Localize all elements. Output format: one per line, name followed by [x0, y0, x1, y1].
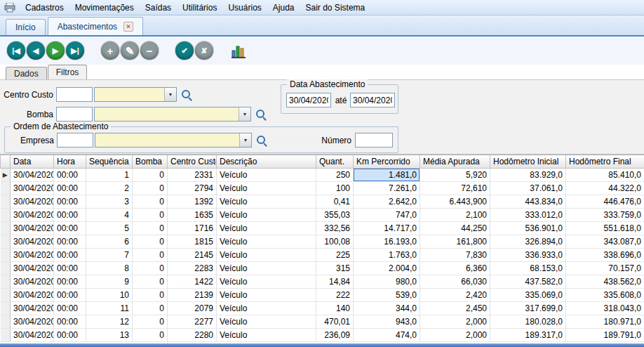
grid-cell[interactable]: 30/04/2020	[11, 289, 54, 302]
grid-cell[interactable]: 83.929,0	[490, 169, 566, 182]
column-header[interactable]: Bomba	[133, 155, 168, 169]
grid-cell[interactable]: 0	[133, 195, 168, 209]
grid-cell[interactable]: 335.069,0	[490, 289, 566, 302]
grid-cell[interactable]: 100,08	[316, 235, 354, 249]
grid-cell[interactable]: 30/04/2020	[11, 262, 54, 275]
grid-cell[interactable]: 443.834,0	[490, 195, 566, 209]
grid-cell[interactable]: 343.087,0	[566, 235, 644, 249]
grid-cell[interactable]: 00:00	[54, 262, 86, 275]
edit-record-button[interactable]: ✎	[121, 41, 139, 60]
centro-custo-combo[interactable]: ▼	[94, 87, 177, 102]
grid-cell[interactable]: 180.971,0	[566, 315, 644, 329]
grid-cell[interactable]: 0	[133, 302, 168, 315]
grid-cell[interactable]: 100	[316, 182, 354, 195]
table-row[interactable]: 30/04/202000:001002139Veículo222539,02,4…	[1, 289, 644, 302]
grid-cell[interactable]: 2331	[168, 169, 217, 182]
grid-cell[interactable]: 30/04/2020	[11, 249, 54, 262]
grid-cell[interactable]: 10	[86, 289, 133, 302]
grid-cell[interactable]: Veículo	[217, 222, 316, 235]
grid-cell[interactable]: 336.933,0	[490, 249, 566, 262]
grid-cell[interactable]: 539,0	[354, 289, 420, 302]
grid-cell[interactable]: 333.759,0	[566, 209, 644, 222]
grid-cell[interactable]: 0,41	[316, 195, 354, 209]
next-record-button[interactable]: ▶	[46, 41, 65, 60]
menu-item-movimentacoes[interactable]: Movimentações	[69, 1, 140, 14]
grid-cell[interactable]: 318.043,0	[566, 302, 644, 315]
menu-item-ajuda[interactable]: Ajuda	[267, 1, 300, 14]
grid-cell[interactable]: 30/04/2020	[11, 195, 54, 209]
table-row[interactable]: 30/04/202000:00601815Veículo100,0816.193…	[1, 235, 644, 249]
grid-cell[interactable]: 00:00	[54, 302, 86, 315]
grid-cell[interactable]: 0	[133, 289, 168, 302]
app-icon[interactable]	[3, 2, 17, 13]
grid-cell[interactable]: 13	[86, 329, 133, 342]
table-row[interactable]: ▶30/04/202000:00102331Veículo2501.481,05…	[1, 169, 644, 182]
grid-cell[interactable]: 943,0	[354, 315, 420, 329]
grid-cell[interactable]: 7	[86, 249, 133, 262]
grid-cell[interactable]: 2283	[168, 262, 217, 275]
grid-cell[interactable]: 1422	[168, 275, 217, 289]
grid-cell[interactable]: 30/04/2020	[11, 209, 54, 222]
grid-cell[interactable]: 85.410,0	[566, 169, 644, 182]
empresa-code-input[interactable]	[57, 133, 93, 148]
table-row[interactable]: 30/04/202000:001102079Veículo140344,02,4…	[1, 302, 644, 315]
grid-cell[interactable]: 2	[86, 182, 133, 195]
grid-cell[interactable]: 551.618,0	[566, 222, 644, 235]
cancel-record-button[interactable]: ✘	[195, 41, 213, 60]
tab-abastecimentos[interactable]: Abastecimentos ✕	[48, 17, 143, 35]
grid-cell[interactable]: Veículo	[217, 195, 316, 209]
grid-cell[interactable]: Veículo	[217, 235, 316, 249]
grid-cell[interactable]: 5	[86, 222, 133, 235]
grid-cell[interactable]: 6.443,900	[420, 195, 490, 209]
grid-cell[interactable]: 225	[316, 249, 354, 262]
chevron-down-icon[interactable]: ▼	[164, 88, 176, 101]
grid-cell[interactable]: 1716	[168, 222, 217, 235]
grid-cell[interactable]: 44,250	[420, 222, 490, 235]
grid-cell[interactable]: 3	[86, 195, 133, 209]
grid-cell[interactable]: 355,03	[316, 209, 354, 222]
column-header[interactable]: Hodômetro Final	[566, 155, 644, 169]
first-record-button[interactable]: |◀	[7, 41, 25, 60]
table-row[interactable]: 30/04/202000:00202794Veículo1007.261,072…	[1, 182, 644, 195]
bottom-scrollbar[interactable]	[0, 343, 644, 347]
centro-custo-code-input[interactable]	[56, 87, 93, 102]
grid-cell[interactable]: 140	[316, 302, 354, 315]
grid-cell[interactable]: 2.004,0	[354, 262, 420, 275]
last-record-button[interactable]: ▶|	[66, 41, 84, 60]
grid-cell[interactable]: 317.699,0	[490, 302, 566, 315]
grid-cell[interactable]: 2,420	[420, 289, 490, 302]
grid-cell[interactable]: 7.261,0	[354, 182, 420, 195]
menu-item-sair-do-sistema[interactable]: Sair do Sistema	[300, 1, 371, 14]
grid-cell[interactable]: 189.317,0	[490, 329, 566, 342]
table-row[interactable]: 30/04/202000:00702145Veículo2251.763,07,…	[1, 249, 644, 262]
grid-cell[interactable]: 0	[133, 315, 168, 329]
grid-cell[interactable]: 00:00	[54, 169, 86, 182]
table-row[interactable]: 30/04/202000:00301392Veículo0,412.642,06…	[1, 195, 644, 209]
grid-cell[interactable]: 6,360	[420, 262, 490, 275]
grid-cell[interactable]: 14,84	[316, 275, 354, 289]
grid-cell[interactable]: 30/04/2020	[11, 182, 54, 195]
table-row[interactable]: 30/04/202000:00802283Veículo3152.004,06,…	[1, 262, 644, 275]
grid-cell[interactable]: 30/04/2020	[11, 222, 54, 235]
grid-cell[interactable]: Veículo	[217, 169, 316, 182]
grid-cell[interactable]: 37.061,0	[490, 182, 566, 195]
grid-cell[interactable]: 00:00	[54, 235, 86, 249]
grid-cell[interactable]: 1815	[168, 235, 217, 249]
grid-cell[interactable]: 14.717,0	[354, 222, 420, 235]
menu-item-usuarios[interactable]: Usuários	[222, 1, 267, 14]
grid-cell[interactable]: 236,09	[316, 329, 354, 342]
grid-cell[interactable]: 536.901,0	[490, 222, 566, 235]
chart-button[interactable]	[229, 41, 248, 60]
grid-cell[interactable]: 00:00	[54, 249, 86, 262]
subtab-dados[interactable]: Dados	[6, 67, 47, 79]
chevron-down-icon[interactable]: ▼	[239, 107, 250, 121]
grid-cell[interactable]: Veículo	[217, 329, 316, 342]
grid-cell[interactable]: 30/04/2020	[11, 235, 54, 249]
grid-cell[interactable]: 30/04/2020	[11, 169, 54, 182]
grid-cell[interactable]: 00:00	[54, 195, 86, 209]
grid-cell[interactable]: 12	[86, 315, 133, 329]
grid-cell[interactable]: 2280	[168, 329, 217, 342]
grid-cell[interactable]: 00:00	[54, 209, 86, 222]
column-header[interactable]: Média Apurada	[420, 155, 490, 169]
grid-cell[interactable]: 6	[86, 235, 133, 249]
